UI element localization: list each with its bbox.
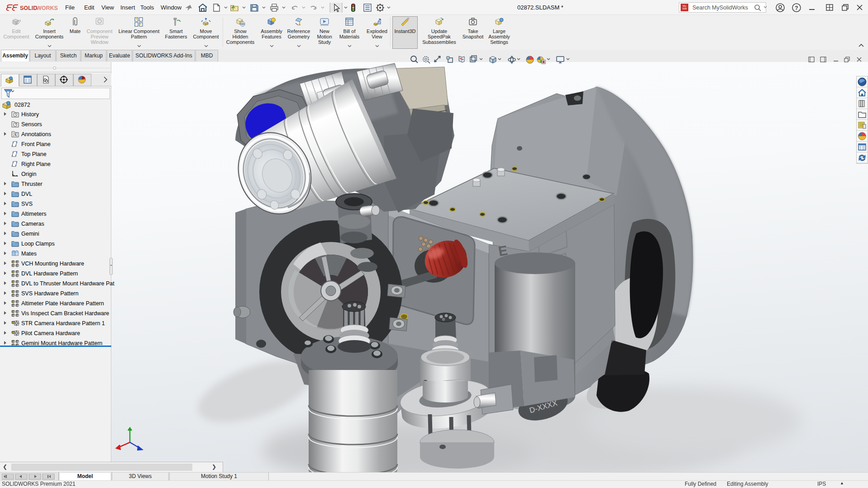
svg-text:?: ?	[795, 5, 798, 11]
svg-text:A: A	[14, 133, 17, 137]
svg-text:WORKS: WORKS	[36, 5, 58, 11]
svg-text:SOLID: SOLID	[20, 5, 37, 11]
